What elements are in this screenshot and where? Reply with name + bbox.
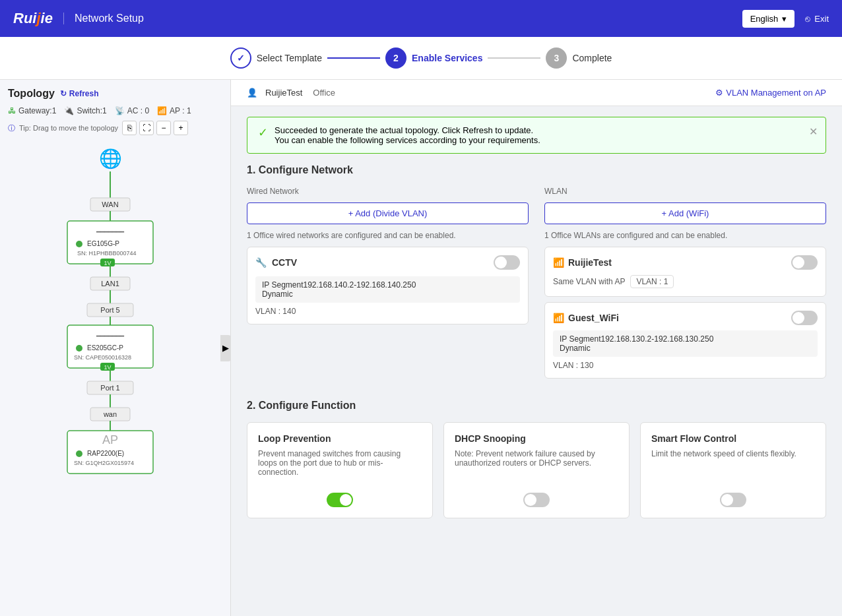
tab-ruijietest[interactable]: RuijieTest [263, 86, 305, 99]
language-selector[interactable]: English ▾ [742, 10, 795, 28]
svg-text:ES205GC-P: ES205GC-P [87, 344, 123, 352]
cctv-card: 🔧 CCTV IP Segment192.168.140.2-192.168.1… [247, 247, 529, 324]
same-vlan-bar: Same VLAN with AP VLAN : 1 [553, 275, 818, 288]
tab-office[interactable]: Office [310, 86, 338, 99]
exit-button[interactable]: ⎋ Exit [805, 14, 829, 24]
loop-prevention-toggle[interactable] [327, 493, 353, 507]
step-connector-1 [327, 57, 380, 59]
configure-network-title: 1. Configure Network [247, 164, 826, 176]
vlan-mgmt-label: VLAN Management on AP [726, 88, 826, 98]
wizard: ✓ Select Template 2 Enable Services 3 Co… [0, 37, 842, 80]
content-area: 👤 RuijieTest Office ⚙ VLAN Management on… [231, 80, 842, 616]
stat-switch-label: Switch:1 [77, 106, 106, 115]
stat-ac-label: AC : 0 [127, 106, 149, 115]
cctv-card-header: 🔧 CCTV [255, 255, 520, 270]
loop-prevention-desc: Prevent managed switches from causing lo… [258, 449, 422, 482]
step-connector-2 [488, 57, 540, 59]
wifi-icon-1: 📶 [553, 257, 564, 268]
stat-gateway: 🖧 Gateway:1 [8, 106, 56, 115]
wired-info: 1 Office wired networks are configured a… [247, 231, 529, 240]
svg-text:EG105G-P: EG105G-P [87, 240, 119, 247]
svg-point-34 [76, 450, 82, 457]
step-3-label: Complete [572, 53, 612, 63]
dhcp-snooping-desc: Note: Prevent network failure caused by … [455, 449, 618, 482]
expand-btn[interactable]: ⛶ [139, 121, 154, 135]
ruijietest-toggle[interactable] [791, 255, 818, 270]
svg-text:Port 1: Port 1 [100, 384, 119, 392]
wired-network-col: Wired Network + Add (Divide VLAN) 1 Offi… [247, 187, 529, 384]
wlan-label: WLAN [544, 187, 826, 196]
add-vlan-button[interactable]: + Add (Divide VLAN) [247, 202, 529, 224]
collapse-handle[interactable]: ▶ [220, 335, 231, 361]
guest-ip-text: IP Segment192.168.130.2-192.168.130.250 [560, 334, 811, 344]
header-left: Ruijie Network Setup [13, 10, 144, 27]
topology-diagram: 🌐 WAN ━━━━━━━ EG105G-P SN: H1PHBBB000744… [8, 142, 222, 603]
guest-name: 📶 Guest_WiFi [553, 313, 619, 323]
alert-text: Succeeded to generate the actual topolog… [275, 125, 540, 145]
guest-label: Guest_WiFi [568, 313, 619, 323]
main-layout: Topology ↻ Refresh 🖧 Gateway:1 🔌 Switch:… [0, 80, 842, 616]
globe-icon: 🌐 [99, 148, 122, 169]
svg-text:SN: CAPE050016328: SN: CAPE050016328 [74, 354, 131, 361]
svg-point-6 [76, 241, 82, 247]
step-1-circle: ✓ [230, 47, 251, 69]
vlan-management-button[interactable]: ⚙ VLAN Management on AP [715, 88, 826, 98]
copy-btn[interactable]: ⎘ [122, 121, 137, 135]
plus-btn[interactable]: + [174, 121, 188, 135]
wifi-icon-2: 📶 [553, 313, 564, 323]
guest-toggle[interactable] [791, 311, 818, 325]
content-inner: ✓ Succeeded to generate the actual topol… [231, 106, 842, 529]
step-2-label: Enable Services [412, 53, 482, 63]
guest-ip-segment: IP Segment192.168.130.2-192.168.130.250 … [553, 330, 818, 357]
configure-function-title: 2. Configure Function [247, 400, 826, 412]
ruijietest-wifi-card: 📶 RuijieTest Same VLAN with AP VLAN : 1 [544, 247, 826, 297]
switch-icon: 🔌 [64, 106, 74, 115]
refresh-button[interactable]: ↻ Refresh [60, 89, 99, 98]
wlan-col: WLAN + Add (WiFi) 1 Office WLANs are con… [544, 187, 826, 384]
cctv-name: 🔧 CCTV [255, 257, 297, 268]
success-alert: ✓ Succeeded to generate the actual topol… [247, 117, 826, 154]
dhcp-snooping-title: DHCP Snooping [455, 433, 618, 444]
cctv-toggle[interactable] [494, 255, 520, 270]
sidebar-title-text: Topology [8, 88, 55, 100]
svg-text:━━━━━━━: ━━━━━━━ [96, 228, 125, 235]
alert-close-button[interactable]: ✕ [809, 125, 818, 138]
wired-label: Wired Network [247, 187, 529, 196]
guest-vlan: VLAN : 130 [553, 361, 818, 370]
guest-ip-type: Dynamic [560, 344, 811, 353]
refresh-icon: ↻ [60, 89, 67, 98]
same-vlan-label: Same VLAN with AP [553, 277, 625, 286]
svg-text:WAN: WAN [102, 200, 118, 208]
sidebar-title-bar: Topology ↻ Refresh [8, 88, 222, 100]
logo: Ruijie [13, 10, 53, 27]
svg-text:LAN1: LAN1 [101, 280, 119, 288]
refresh-label: Refresh [69, 89, 99, 98]
cctv-ip-text: IP Segment192.168.140.2-192.168.140.250 [262, 280, 513, 290]
minus-btn[interactable]: − [156, 121, 171, 135]
smart-flow-toggle[interactable] [720, 493, 746, 507]
profile-icon: 👤 [247, 88, 257, 98]
function-cards: Loop Prevention Prevent managed switches… [247, 422, 826, 518]
smart-flow-title: Smart Flow Control [651, 433, 815, 444]
ruijietest-header: 📶 RuijieTest [553, 255, 818, 270]
dhcp-snooping-footer [455, 493, 618, 507]
stat-ap: 📶 AP : 1 [157, 106, 191, 115]
dhcp-snooping-toggle[interactable] [523, 493, 550, 507]
wlan-info: 1 Office WLANs are configured and can be… [544, 231, 826, 240]
device-stats: 🖧 Gateway:1 🔌 Switch:1 📡 AC : 0 📶 AP : 1 [8, 106, 222, 115]
dhcp-snooping-card: DHCP Snooping Note: Prevent network fail… [443, 422, 630, 518]
svg-text:wan: wan [103, 410, 117, 418]
cctv-label: CCTV [272, 257, 297, 268]
network-header: 👤 RuijieTest Office ⚙ VLAN Management on… [231, 80, 842, 106]
svg-text:AP: AP [102, 433, 118, 447]
add-wifi-button[interactable]: + Add (WiFi) [544, 202, 826, 224]
header: Ruijie Network Setup English ▾ ⎋ Exit [0, 0, 842, 37]
info-icon: ⓘ [8, 123, 15, 133]
step-2: 2 Enable Services [385, 47, 482, 69]
guest-header: 📶 Guest_WiFi [553, 311, 818, 325]
ruijietest-name: 📶 RuijieTest [553, 257, 612, 268]
ruijietest-vlan: VLAN : 1 [630, 275, 674, 288]
ruijietest-label: RuijieTest [568, 257, 612, 268]
configure-function-section: 2. Configure Function Loop Prevention Pr… [247, 400, 826, 518]
alert-line1: Succeeded to generate the actual topolog… [275, 125, 540, 135]
